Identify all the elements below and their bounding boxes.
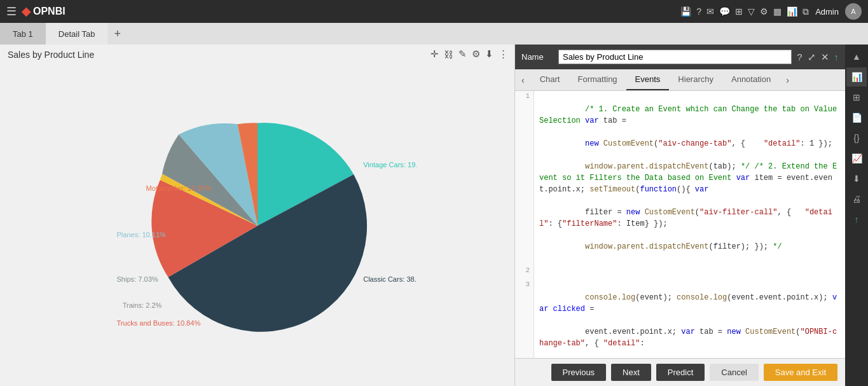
tab-next-arrow[interactable]: › xyxy=(780,70,796,90)
name-input[interactable] xyxy=(558,50,792,64)
avatar: A xyxy=(845,3,862,20)
panel-help-icon[interactable]: ? xyxy=(797,52,802,63)
tab-annotation[interactable]: Annotation xyxy=(722,69,780,90)
main-layout: Sales by Product Line ✛ ⛓ ✎ ⚙ ⬇ ⋮ xyxy=(0,45,868,386)
table-icon[interactable]: ▦ xyxy=(773,6,782,17)
cancel-button[interactable]: Cancel xyxy=(710,364,758,381)
copy-icon[interactable]: ⧉ xyxy=(803,6,809,17)
label-classic-cars: Classic Cars: 38.43% xyxy=(363,275,417,282)
logo: ◆ OPNBI xyxy=(22,4,65,18)
label-ships: Ships: 7.03% xyxy=(116,275,158,282)
tab-prev-arrow[interactable]: ‹ xyxy=(515,70,531,90)
chat-icon[interactable]: 💬 xyxy=(719,6,730,17)
code-line-1: 1 /* 1. Create an Event which can Change… xyxy=(515,91,845,265)
code-line-2: 2 xyxy=(515,265,845,279)
top-bar-right: 💾 ? ✉ 💬 ⊞ ▽ ⚙ ▦ 📊 ⧉ Admin A xyxy=(680,3,862,20)
tab-formatting[interactable]: Formatting xyxy=(568,69,626,90)
code-editor[interactable]: 1 /* 1. Create an Event which can Change… xyxy=(515,91,845,358)
grid-icon[interactable]: ⊞ xyxy=(735,6,743,17)
save-exit-button[interactable]: Save and Exit xyxy=(764,364,837,381)
predict-button[interactable]: Predict xyxy=(656,364,705,381)
save-icon[interactable]: 💾 xyxy=(680,6,691,17)
chart-toolbar: ✛ ⛓ ✎ ⚙ ⬇ ⋮ xyxy=(431,48,508,60)
download-icon[interactable]: ⬇ xyxy=(485,48,493,60)
panel-expand-icon[interactable]: ⤢ xyxy=(808,52,816,63)
user-name: Admin xyxy=(815,7,839,17)
label-vintage-cars: Vintage Cars: 19.41% xyxy=(363,160,417,168)
chart-container: Vintage Cars: 19.41% Classic Cars: 38.43… xyxy=(0,65,514,386)
pie-chart: Vintage Cars: 19.41% Classic Cars: 38.43… xyxy=(99,111,417,340)
edit-icon[interactable]: ✎ xyxy=(458,48,467,60)
panel-header-icons: ? ⤢ ✕ ↑ xyxy=(797,52,839,63)
logo-text: OPNBI xyxy=(33,6,65,17)
left-panel: Sales by Product Line ✛ ⛓ ✎ ⚙ ⬇ ⋮ xyxy=(0,45,514,386)
sidebar-chart-icon[interactable]: 📊 xyxy=(846,67,867,86)
label-trains: Trains: 2.2% xyxy=(122,301,162,309)
tab-hierarchy[interactable]: Hierarchy xyxy=(669,69,722,90)
sidebar-up-arrow[interactable]: ▲ xyxy=(846,47,867,66)
sidebar-bar-chart-icon[interactable]: 📈 xyxy=(846,149,867,168)
right-sidebar: ▲ 📊 ⊞ 📄 {} 📈 ⬇ 🖨 ↑ xyxy=(845,45,868,386)
chart-bar-icon[interactable]: 📊 xyxy=(787,6,797,17)
tabs-bar: Tab 1 Detail Tab + xyxy=(0,23,868,45)
sidebar-arrow-icon[interactable]: ↑ xyxy=(846,210,867,229)
add-tab-button[interactable]: + xyxy=(107,27,127,41)
top-bar-left: ☰ ◆ OPNBI xyxy=(6,4,65,18)
tab-detail[interactable]: Detail Tab xyxy=(46,23,108,45)
logo-icon: ◆ xyxy=(22,4,31,18)
label-trucks-buses: Trucks and Buses: 10.84% xyxy=(116,319,200,326)
tab-events[interactable]: Events xyxy=(626,69,670,90)
panel-pin-icon[interactable]: ↑ xyxy=(834,52,839,63)
previous-button[interactable]: Previous xyxy=(551,364,607,381)
sidebar-download-icon[interactable]: ⬇ xyxy=(846,169,867,188)
sidebar-print-icon[interactable]: 🖨 xyxy=(846,190,867,209)
right-panel: Name ? ⤢ ✕ ↑ ‹ Chart Formatting Events H… xyxy=(514,45,845,386)
top-bar: ☰ ◆ OPNBI 💾 ? ✉ 💬 ⊞ ▽ ⚙ ▦ 📊 ⧉ Admin A xyxy=(0,0,868,23)
panel-tabs: ‹ Chart Formatting Events Hierarchy Anno… xyxy=(515,69,845,91)
sidebar-table-icon[interactable]: ⊞ xyxy=(846,88,867,107)
label-planes: Planes: 10.11% xyxy=(116,231,166,238)
filter-icon[interactable]: ▽ xyxy=(748,6,755,17)
more-icon[interactable]: ⋮ xyxy=(499,48,508,60)
settings-icon[interactable]: ⚙ xyxy=(760,6,768,17)
link-icon[interactable]: ⛓ xyxy=(444,49,453,60)
help-icon[interactable]: ? xyxy=(696,6,701,17)
menu-icon[interactable]: ☰ xyxy=(6,4,17,18)
panel-close-icon[interactable]: ✕ xyxy=(821,52,829,63)
move-icon[interactable]: ✛ xyxy=(431,48,439,60)
name-label: Name xyxy=(521,52,553,62)
label-motorcycles: Motorcycles: 11.97% xyxy=(146,184,211,191)
sidebar-page-icon[interactable]: 📄 xyxy=(846,108,867,127)
tab-1[interactable]: Tab 1 xyxy=(0,23,46,45)
code-line-3: 3 console.log(event); console.log(event.… xyxy=(515,279,845,358)
mail-icon[interactable]: ✉ xyxy=(706,6,714,17)
panel-header: Name ? ⤢ ✕ ↑ xyxy=(515,45,845,69)
top-bar-icons: 💾 ? ✉ 💬 ⊞ ▽ ⚙ ▦ 📊 ⧉ xyxy=(680,6,809,17)
bottom-bar: Previous Next Predict Cancel Save and Ex… xyxy=(515,358,845,386)
gear-icon[interactable]: ⚙ xyxy=(472,48,480,60)
tab-chart[interactable]: Chart xyxy=(531,69,569,90)
next-button[interactable]: Next xyxy=(611,364,651,381)
sidebar-filter-icon[interactable]: {} xyxy=(846,128,867,148)
